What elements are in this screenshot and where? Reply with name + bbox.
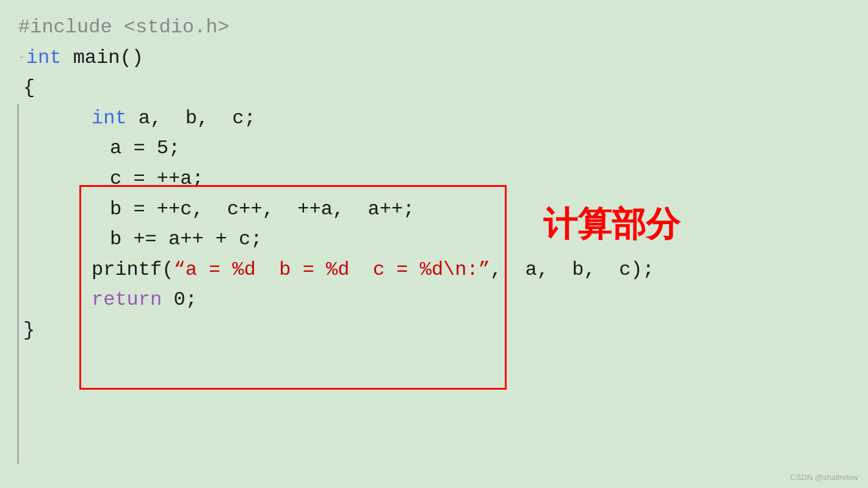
keyword-int: int (26, 43, 62, 73)
printf-args: , a, b, c); (490, 255, 654, 285)
main-func: main() (61, 43, 143, 73)
keyword-return: return (92, 285, 162, 315)
line-include: #include <stdio.h> (18, 12, 850, 43)
keyword-int-decl: int (92, 103, 127, 134)
line-cppa: c = ++a; (18, 164, 850, 194)
var-decl: a, b, c; (127, 103, 256, 134)
stmt-bexpr: b = ++c, c++, ++a, a++; (110, 194, 414, 225)
open-brace: { (23, 73, 35, 103)
stmt-a5: a = 5; (110, 133, 180, 164)
annotation-label: 计算部分 (543, 202, 680, 248)
fold-icon[interactable]: ⁻ (18, 52, 25, 69)
printf-func: printf( (92, 255, 173, 285)
line-main: ⁻int main() (18, 43, 850, 73)
return-val: 0; (162, 285, 197, 315)
line-bexpr: b = ++c, c++, ++a, a++; (18, 194, 850, 225)
line-return: return 0; (18, 285, 850, 315)
line-open-brace: { (18, 73, 850, 103)
stmt-cppa: c = ++a; (110, 164, 204, 194)
line-declare: int a, b, c; (18, 103, 850, 134)
include-text: #include <stdio.h> (18, 12, 230, 43)
watermark: CSDN @shallrelow (790, 473, 858, 482)
printf-string: “a = %d b = %d c = %d\n:” (173, 255, 490, 285)
line-close-brace: } (18, 315, 850, 346)
line-a5: a = 5; (18, 133, 850, 164)
close-brace: } (23, 315, 35, 346)
code-display: #include <stdio.h> ⁻int main() { int a, … (0, 0, 868, 358)
line-bpluseq: b += a++ + c; (18, 224, 850, 255)
stmt-bpluseq: b += a++ + c; (110, 224, 262, 255)
line-printf: printf(“a = %d b = %d c = %d\n:”, a, b, … (18, 255, 850, 285)
